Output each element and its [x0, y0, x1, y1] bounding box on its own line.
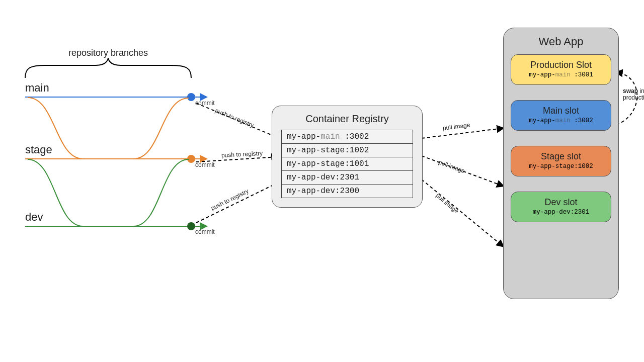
commit-dot-dev: [187, 222, 195, 230]
pull-arrow-dev: [422, 179, 503, 246]
push-label-dev: push to registry: [210, 188, 250, 212]
commit-dot-main: [187, 93, 195, 101]
push-label-stage: push to registry: [221, 150, 263, 159]
webapp-title: Web App: [511, 35, 611, 48]
commit-label-main: commit: [195, 100, 215, 107]
registry-row: my-app-dev:2300: [282, 185, 413, 198]
slot-main: Main slot my-app-main :3002: [511, 100, 611, 131]
branch-line-dev: [25, 159, 206, 226]
slot-title: Main slot: [517, 106, 605, 116]
branch-line-stage: [25, 98, 206, 159]
pull-arrow-main: [422, 128, 503, 138]
slot-stage: Stage slot my-app-stage:1002: [511, 146, 611, 176]
slot-tag: my-app-main :3002: [517, 117, 605, 124]
brace-label: repository branches: [33, 48, 184, 58]
pull-label-main: pull image: [442, 121, 470, 132]
branch-label-dev: dev: [25, 211, 43, 224]
slot-tag: my-app-main :3001: [517, 71, 605, 78]
branch-label-stage: stage: [25, 143, 52, 156]
container-registry: Container Registry my-app-main :3002 my-…: [272, 106, 423, 208]
registry-row: my-app-dev:2301: [282, 171, 413, 185]
push-arrow-dev: [196, 182, 279, 223]
brace: [25, 58, 191, 78]
web-app-panel: Web App Production Slot my-app-main :300…: [503, 28, 619, 299]
pull-label-stage: pull image: [438, 158, 466, 174]
branch-label-main: main: [25, 81, 49, 95]
slot-production: Production Slot my-app-main :3001: [511, 54, 611, 85]
slot-title: Dev slot: [517, 197, 605, 208]
slot-title: Production Slot: [517, 60, 605, 70]
registry-title: Container Registry: [281, 113, 413, 125]
slot-title: Stage slot: [517, 151, 605, 162]
commit-label-stage: commit: [195, 161, 215, 168]
registry-row: my-app-stage:1002: [282, 144, 413, 157]
push-label-main: push to registry: [214, 107, 255, 129]
swap-label: swap into production: [623, 88, 644, 101]
slot-tag: my-app-dev:2301: [517, 209, 605, 216]
registry-list: my-app-main :3002 my-app-stage:1002 my-a…: [281, 130, 413, 198]
registry-row: my-app-main :3002: [282, 130, 413, 144]
slot-dev: Dev slot my-app-dev:2301: [511, 192, 611, 222]
slot-tag: my-app-stage:1002: [517, 163, 605, 170]
registry-row: my-app-stage:1001: [282, 157, 413, 171]
pull-label-dev: pull image: [435, 192, 460, 215]
commit-dot-stage: [187, 155, 195, 163]
commit-label-dev: commit: [195, 228, 215, 235]
